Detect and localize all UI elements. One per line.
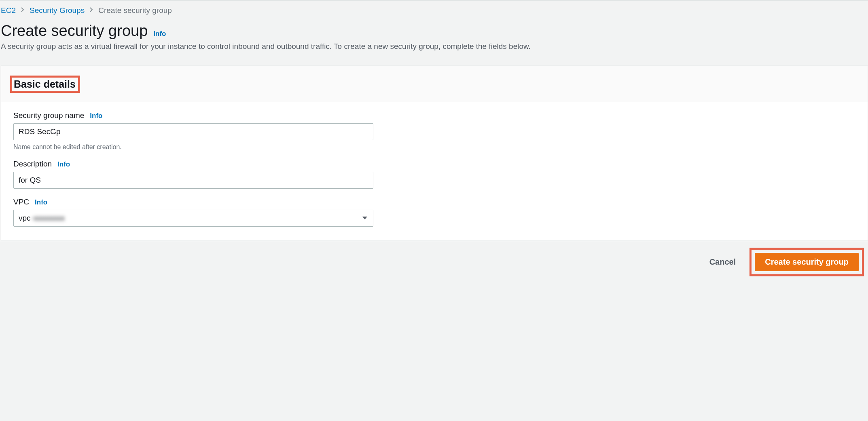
breadcrumb-current: Create security group xyxy=(98,6,172,15)
chevron-right-icon xyxy=(89,7,94,14)
info-link-name[interactable]: Info xyxy=(90,112,102,120)
cancel-button[interactable]: Cancel xyxy=(704,253,742,271)
breadcrumb-link-ec2[interactable]: EC2 xyxy=(1,6,16,15)
basic-details-panel: Basic details Security group name Info N… xyxy=(1,65,868,241)
chevron-right-icon xyxy=(20,7,25,14)
label-description: Description xyxy=(13,160,52,168)
create-security-group-button[interactable]: Create security group xyxy=(755,253,859,271)
info-link-vpc[interactable]: Info xyxy=(35,198,47,206)
label-vpc: VPC xyxy=(13,198,29,206)
info-link-description[interactable]: Info xyxy=(57,160,70,168)
page-description: A security group acts as a virtual firew… xyxy=(1,40,868,51)
info-link-page[interactable]: Info xyxy=(153,30,166,38)
description-input[interactable] xyxy=(13,172,373,189)
submit-highlight: Create security group xyxy=(749,248,864,276)
breadcrumb-link-security-groups[interactable]: Security Groups xyxy=(30,6,85,15)
vpc-value-redacted: -xxxxxxxx xyxy=(32,214,65,223)
panel-title: Basic details xyxy=(14,78,76,90)
breadcrumb: EC2 Security Groups Create security grou… xyxy=(1,0,868,15)
label-security-group-name: Security group name xyxy=(13,111,84,120)
vpc-value-prefix: vpc xyxy=(19,214,31,223)
panel-title-highlight: Basic details xyxy=(10,76,80,93)
security-group-name-input[interactable] xyxy=(13,123,373,140)
name-helper-text: Name cannot be edited after creation. xyxy=(13,143,855,151)
page-title: Create security group xyxy=(1,22,148,40)
vpc-select[interactable]: vpc-xxxxxxxx xyxy=(13,210,373,227)
footer-bar: Cancel Create security group xyxy=(0,241,868,283)
